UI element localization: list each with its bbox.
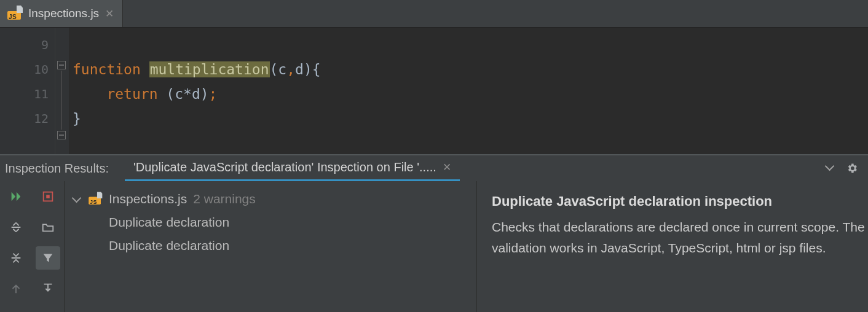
close-selected-icon[interactable] — [32, 181, 64, 212]
editor-tab-bar: Inspections.js ✕ — [0, 0, 868, 28]
code-editor[interactable]: 9101112 function multiplication(c,d){ re… — [0, 28, 868, 154]
tree-file-label: Inspections.js — [109, 192, 187, 206]
code-line[interactable]: } — [73, 106, 321, 131]
code-line[interactable] — [73, 33, 321, 57]
collapse-all-icon[interactable] — [0, 243, 32, 273]
arrow-up-icon[interactable] — [0, 273, 32, 304]
directory-icon[interactable] — [32, 212, 64, 243]
fold-end-icon[interactable] — [57, 131, 66, 139]
inspection-results-tab[interactable]: 'Duplicate JavaScript declaration' Inspe… — [125, 155, 460, 181]
inspection-detail: Duplicate JavaScript declaration inspect… — [477, 181, 868, 312]
code-line[interactable]: function multiplication(c,d){ — [73, 57, 321, 82]
inspection-tree-file[interactable]: Inspections.js 2 warnings — [65, 187, 476, 211]
editor-tab-label: Inspections.js — [28, 7, 99, 20]
panel-header-actions — [826, 162, 868, 174]
code-area[interactable]: function multiplication(c,d){ return (c*… — [69, 28, 321, 154]
line-number-gutter: 9101112 — [0, 28, 55, 154]
svg-rect-1 — [46, 195, 50, 198]
inspection-tree[interactable]: Inspections.js 2 warnings Duplicate decl… — [65, 181, 477, 312]
inspection-tree-item[interactable]: Duplicate declaration — [65, 234, 476, 257]
inspection-results-header: Inspection Results: 'Duplicate JavaScrip… — [0, 154, 868, 181]
js-file-icon — [89, 193, 102, 205]
expand-all-icon[interactable] — [0, 212, 32, 243]
export-icon[interactable] — [32, 273, 64, 304]
rerun-icon[interactable] — [0, 181, 32, 212]
line-number: 9 — [0, 33, 49, 57]
inspection-tab-label: 'Duplicate JavaScript declaration' Inspe… — [133, 160, 436, 174]
chevron-down-icon[interactable] — [826, 164, 835, 173]
inspection-tree-item[interactable]: Duplicate declaration — [65, 211, 476, 234]
inspection-detail-body: Checks that declarations are declared on… — [492, 217, 868, 259]
gear-icon[interactable] — [846, 162, 858, 174]
line-number: 10 — [0, 57, 49, 82]
line-number: 12 — [0, 106, 49, 131]
filter-icon[interactable] — [36, 246, 60, 270]
js-file-icon — [7, 7, 22, 20]
close-icon[interactable]: ✕ — [443, 161, 451, 174]
close-icon[interactable]: ✕ — [105, 7, 114, 20]
tree-item-label: Duplicate declaration — [109, 215, 229, 230]
chevron-down-icon[interactable] — [73, 195, 82, 203]
tree-item-label: Duplicate declaration — [109, 238, 229, 253]
fold-start-icon[interactable] — [57, 61, 66, 69]
editor-tab[interactable]: Inspections.js ✕ — [0, 0, 123, 27]
code-line[interactable]: return (c*d); — [73, 82, 321, 106]
tree-warning-count: 2 warnings — [193, 192, 256, 206]
inspection-results-title: Inspection Results: — [5, 162, 109, 176]
fold-guide — [61, 71, 62, 130]
inspection-toolbar — [0, 181, 65, 312]
inspection-detail-title: Duplicate JavaScript declaration inspect… — [492, 191, 868, 212]
line-number: 11 — [0, 82, 49, 106]
fold-gutter — [55, 28, 69, 154]
inspection-results-body: Inspections.js 2 warnings Duplicate decl… — [0, 181, 868, 312]
